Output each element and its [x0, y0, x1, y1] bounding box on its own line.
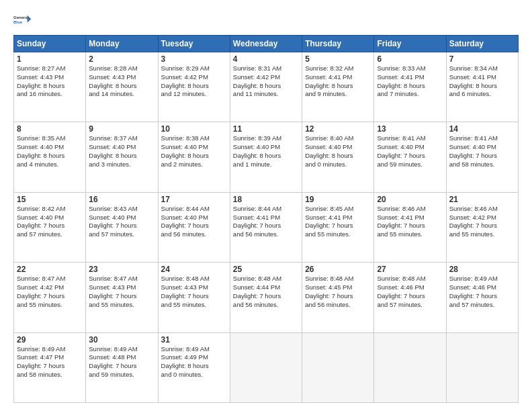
day-number: 20: [377, 195, 443, 204]
day-number: 28: [449, 265, 515, 274]
day-number: 27: [377, 265, 443, 274]
calendar-cell: 5Sunrise: 8:32 AMSunset: 4:41 PMDaylight…: [302, 52, 374, 122]
day-number: 30: [89, 335, 154, 345]
calendar-cell: 19Sunrise: 8:45 AMSunset: 4:41 PMDayligh…: [302, 192, 374, 262]
calendar-cell: 4Sunrise: 8:31 AMSunset: 4:42 PMDaylight…: [230, 52, 302, 122]
day-info: Sunrise: 8:38 AMSunset: 4:40 PMDaylight:…: [161, 134, 227, 169]
day-number: 10: [161, 124, 227, 134]
day-number: 29: [17, 335, 83, 345]
calendar-week-4: 22Sunrise: 8:47 AMSunset: 4:42 PMDayligh…: [14, 263, 519, 332]
day-info: Sunrise: 8:47 AMSunset: 4:42 PMDaylight:…: [17, 275, 83, 309]
day-number: 23: [89, 265, 154, 274]
logo-icon: GeneralBlue: [13, 11, 32, 30]
day-number: 31: [161, 335, 227, 345]
day-number: 16: [89, 195, 154, 204]
calendar-cell: 30Sunrise: 8:49 AMSunset: 4:48 PMDayligh…: [86, 332, 158, 402]
day-info: Sunrise: 8:41 AMSunset: 4:40 PMDaylight:…: [377, 134, 443, 169]
day-number: 6: [377, 54, 443, 64]
day-number: 2: [89, 54, 154, 64]
day-info: Sunrise: 8:48 AMSunset: 4:44 PMDaylight:…: [233, 275, 299, 309]
calendar-cell: [374, 332, 446, 402]
calendar-cell: 2Sunrise: 8:28 AMSunset: 4:43 PMDaylight…: [86, 52, 158, 122]
day-info: Sunrise: 8:48 AMSunset: 4:45 PMDaylight:…: [305, 275, 371, 309]
day-info: Sunrise: 8:40 AMSunset: 4:40 PMDaylight:…: [305, 134, 371, 169]
svg-text:Blue: Blue: [13, 20, 23, 24]
page: GeneralBlue SundayMondayTuesdayWednesday…: [0, 0, 532, 411]
calendar-week-3: 15Sunrise: 8:42 AMSunset: 4:40 PMDayligh…: [14, 192, 519, 262]
calendar-cell: 29Sunrise: 8:49 AMSunset: 4:47 PMDayligh…: [14, 332, 86, 402]
day-info: Sunrise: 8:49 AMSunset: 4:49 PMDaylight:…: [161, 345, 227, 379]
day-info: Sunrise: 8:27 AMSunset: 4:43 PMDaylight:…: [17, 64, 83, 99]
calendar-cell: 16Sunrise: 8:43 AMSunset: 4:40 PMDayligh…: [86, 192, 158, 262]
day-info: Sunrise: 8:35 AMSunset: 4:40 PMDaylight:…: [17, 134, 83, 169]
calendar-week-2: 8Sunrise: 8:35 AMSunset: 4:40 PMDaylight…: [14, 122, 519, 192]
calendar-cell: 10Sunrise: 8:38 AMSunset: 4:40 PMDayligh…: [158, 122, 230, 192]
calendar-header-row: SundayMondayTuesdayWednesdayThursdayFrid…: [14, 36, 519, 52]
calendar-cell: 13Sunrise: 8:41 AMSunset: 4:40 PMDayligh…: [374, 122, 446, 192]
calendar-cell: 22Sunrise: 8:47 AMSunset: 4:42 PMDayligh…: [14, 263, 86, 332]
calendar-cell: 12Sunrise: 8:40 AMSunset: 4:40 PMDayligh…: [302, 122, 374, 192]
calendar-cell: 28Sunrise: 8:49 AMSunset: 4:46 PMDayligh…: [446, 263, 518, 332]
day-info: Sunrise: 8:33 AMSunset: 4:41 PMDaylight:…: [377, 64, 443, 99]
day-header-sunday: Sunday: [14, 36, 86, 52]
day-number: 12: [305, 124, 371, 134]
day-number: 19: [305, 195, 371, 204]
day-number: 7: [449, 54, 515, 64]
day-info: Sunrise: 8:46 AMSunset: 4:42 PMDaylight:…: [449, 205, 515, 239]
svg-marker-2: [28, 15, 32, 23]
calendar-week-5: 29Sunrise: 8:49 AMSunset: 4:47 PMDayligh…: [14, 332, 519, 402]
day-header-friday: Friday: [374, 36, 446, 52]
day-header-monday: Monday: [86, 36, 158, 52]
calendar-body: 1Sunrise: 8:27 AMSunset: 4:43 PMDaylight…: [14, 52, 519, 403]
day-number: 25: [233, 265, 299, 274]
day-number: 14: [449, 124, 515, 134]
day-number: 5: [305, 54, 371, 64]
day-info: Sunrise: 8:49 AMSunset: 4:46 PMDaylight:…: [449, 275, 515, 309]
calendar-cell: 14Sunrise: 8:41 AMSunset: 4:40 PMDayligh…: [446, 122, 518, 192]
day-number: 21: [449, 195, 515, 204]
day-info: Sunrise: 8:48 AMSunset: 4:46 PMDaylight:…: [377, 275, 443, 309]
calendar-cell: 27Sunrise: 8:48 AMSunset: 4:46 PMDayligh…: [374, 263, 446, 332]
calendar-cell: [302, 332, 374, 402]
day-info: Sunrise: 8:32 AMSunset: 4:41 PMDaylight:…: [305, 64, 371, 99]
day-number: 3: [161, 54, 227, 64]
day-number: 18: [233, 195, 299, 204]
day-info: Sunrise: 8:37 AMSunset: 4:40 PMDaylight:…: [89, 134, 154, 169]
calendar-cell: 21Sunrise: 8:46 AMSunset: 4:42 PMDayligh…: [446, 192, 518, 262]
calendar-cell: 25Sunrise: 8:48 AMSunset: 4:44 PMDayligh…: [230, 263, 302, 332]
day-number: 13: [377, 124, 443, 134]
calendar-cell: 24Sunrise: 8:48 AMSunset: 4:43 PMDayligh…: [158, 263, 230, 332]
day-info: Sunrise: 8:49 AMSunset: 4:48 PMDaylight:…: [89, 345, 154, 379]
day-number: 17: [161, 195, 227, 204]
day-info: Sunrise: 8:28 AMSunset: 4:43 PMDaylight:…: [89, 64, 154, 99]
day-number: 11: [233, 124, 299, 134]
svg-text:General: General: [13, 15, 29, 19]
day-info: Sunrise: 8:31 AMSunset: 4:42 PMDaylight:…: [233, 64, 299, 99]
day-number: 15: [17, 195, 83, 204]
day-info: Sunrise: 8:44 AMSunset: 4:41 PMDaylight:…: [233, 205, 299, 239]
day-number: 24: [161, 265, 227, 274]
day-number: 8: [17, 124, 83, 134]
day-header-tuesday: Tuesday: [158, 36, 230, 52]
day-header-thursday: Thursday: [302, 36, 374, 52]
day-info: Sunrise: 8:29 AMSunset: 4:42 PMDaylight:…: [161, 64, 227, 99]
day-info: Sunrise: 8:49 AMSunset: 4:47 PMDaylight:…: [17, 345, 83, 379]
day-number: 4: [233, 54, 299, 64]
calendar-cell: 3Sunrise: 8:29 AMSunset: 4:42 PMDaylight…: [158, 52, 230, 122]
logo: GeneralBlue: [13, 11, 35, 30]
calendar-cell: 23Sunrise: 8:47 AMSunset: 4:43 PMDayligh…: [86, 263, 158, 332]
day-number: 1: [17, 54, 83, 64]
calendar-table: SundayMondayTuesdayWednesdayThursdayFrid…: [13, 35, 519, 403]
day-number: 26: [305, 265, 371, 274]
calendar-cell: 7Sunrise: 8:34 AMSunset: 4:41 PMDaylight…: [446, 52, 518, 122]
day-info: Sunrise: 8:48 AMSunset: 4:43 PMDaylight:…: [161, 275, 227, 309]
day-info: Sunrise: 8:44 AMSunset: 4:40 PMDaylight:…: [161, 205, 227, 239]
calendar-cell: 17Sunrise: 8:44 AMSunset: 4:40 PMDayligh…: [158, 192, 230, 262]
calendar-cell: 20Sunrise: 8:46 AMSunset: 4:41 PMDayligh…: [374, 192, 446, 262]
calendar-cell: 31Sunrise: 8:49 AMSunset: 4:49 PMDayligh…: [158, 332, 230, 402]
day-info: Sunrise: 8:43 AMSunset: 4:40 PMDaylight:…: [89, 205, 154, 239]
day-number: 9: [89, 124, 154, 134]
calendar-cell: 15Sunrise: 8:42 AMSunset: 4:40 PMDayligh…: [14, 192, 86, 262]
calendar-cell: 9Sunrise: 8:37 AMSunset: 4:40 PMDaylight…: [86, 122, 158, 192]
day-info: Sunrise: 8:42 AMSunset: 4:40 PMDaylight:…: [17, 205, 83, 239]
